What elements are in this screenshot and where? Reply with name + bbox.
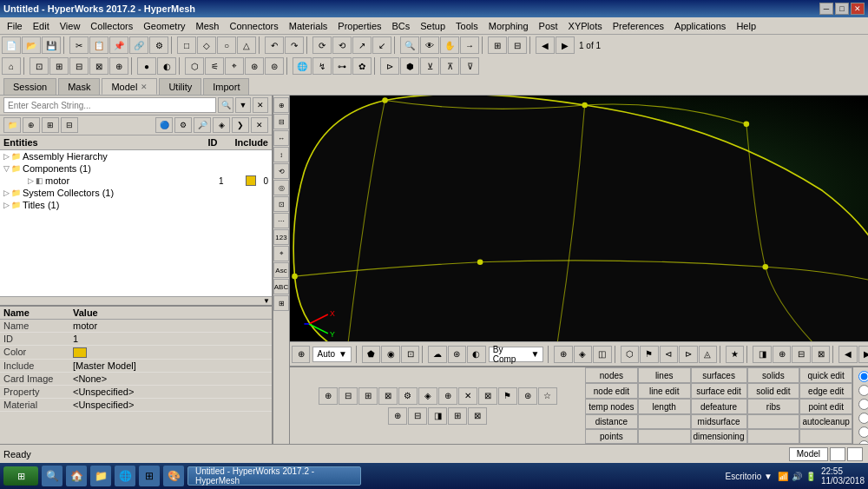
tb-btn-15[interactable]: ↙ — [372, 36, 391, 54]
vstrip-btn-10[interactable]: ⌖ — [273, 246, 289, 261]
bot-btn-4[interactable]: ⊠ — [378, 387, 398, 405]
vp-btn-8[interactable]: ◈ — [574, 346, 592, 363]
maximize-button[interactable]: □ — [835, 3, 849, 15]
taskbar-paint-icon[interactable]: 🎨 — [163, 466, 184, 486]
new-button[interactable]: 📄 — [2, 36, 21, 54]
viewport-3d[interactable]: Model Info: Untitled* — [290, 96, 868, 341]
view-btn-21[interactable]: ⊼ — [440, 57, 459, 75]
vstrip-btn-1[interactable]: ⊕ — [273, 97, 289, 113]
tb-btn-11[interactable]: ↷ — [285, 36, 304, 54]
scroll-down-icon[interactable]: ▼ — [263, 297, 270, 305]
scrollbar-area[interactable]: ▼ — [0, 296, 272, 305]
bot-btn-6[interactable]: ◈ — [418, 387, 437, 405]
entity-btn-6[interactable]: ⚙ — [174, 117, 192, 133]
vp-btn-11[interactable]: ⚑ — [640, 346, 658, 363]
tb-btn-2[interactable]: 📋 — [89, 36, 108, 54]
entity-btn-5[interactable]: 🔵 — [155, 117, 173, 133]
vstrip-btn-11[interactable]: Asc — [273, 262, 289, 278]
bot-btn-17[interactable]: ⊠ — [468, 407, 487, 425]
menu-morphing[interactable]: Morphing — [483, 19, 534, 33]
vp-btn-10[interactable]: ⬡ — [621, 346, 639, 363]
menu-properties[interactable]: Properties — [332, 19, 386, 33]
view-btn-17[interactable]: ✿ — [352, 57, 372, 75]
tb-btn-5[interactable]: ⚙ — [149, 36, 168, 54]
taskbar-hyperworks-app[interactable]: Untitled - HyperWorks 2017.2 - HyperMesh — [187, 466, 361, 486]
view-btn-10[interactable]: ⚟ — [205, 57, 224, 75]
tb-btn-14[interactable]: ↗ — [352, 36, 372, 54]
search-execute-button[interactable]: 🔍 — [218, 97, 233, 113]
radio-analysis-input[interactable] — [858, 426, 868, 438]
tb-btn-6[interactable]: □ — [177, 36, 196, 54]
grid-btn-nodes[interactable]: nodes — [585, 367, 638, 383]
vp-btn-5[interactable]: ⊛ — [448, 346, 466, 363]
entity-btn-1[interactable]: 📁 — [3, 117, 21, 133]
view-btn-22[interactable]: ⊽ — [460, 57, 479, 75]
tb-btn-19[interactable]: → — [460, 36, 479, 54]
entity-btn-8[interactable]: ◈ — [213, 117, 230, 133]
tree-item-system[interactable]: ▷ 📁 System Collectors (1) — [0, 187, 272, 199]
tb-btn-4[interactable]: 🔗 — [129, 36, 148, 54]
bot-btn-1[interactable]: ⊕ — [319, 387, 338, 405]
menu-post[interactable]: Post — [534, 19, 563, 33]
view-btn-6[interactable]: ⊕ — [109, 57, 128, 75]
view-btn-3[interactable]: ⊞ — [49, 57, 69, 75]
radio-geom[interactable]: Geom — [858, 371, 868, 382]
vp-btn-2[interactable]: ◉ — [381, 346, 399, 363]
grid-btn-dimensioning[interactable]: dimensioning — [691, 429, 747, 444]
tb-btn-9[interactable]: △ — [237, 36, 256, 54]
menu-edit[interactable]: Edit — [28, 19, 55, 33]
menu-view[interactable]: View — [55, 19, 86, 33]
entity-btn-2[interactable]: ⊕ — [23, 117, 40, 133]
vp-btn-7[interactable]: ⊕ — [554, 346, 572, 363]
bot-btn-2[interactable]: ⊟ — [339, 387, 358, 405]
vp-btn-4[interactable]: ☁ — [428, 346, 446, 363]
start-button[interactable]: ⊞ — [3, 466, 38, 486]
menu-file[interactable]: File — [2, 19, 28, 33]
tree-item-titles[interactable]: ▷ 📁 Titles (1) — [0, 199, 272, 211]
save-button[interactable]: 💾 — [42, 36, 61, 54]
radio-1d[interactable]: 1D — [858, 385, 868, 396]
tab-model[interactable]: Model ✕ — [102, 78, 157, 95]
menu-connectors[interactable]: Connectors — [224, 19, 283, 33]
vp-btn-15[interactable]: ★ — [726, 346, 744, 363]
vp-btn-1[interactable]: ⬟ — [362, 346, 380, 363]
vstrip-btn-8[interactable]: ⋯ — [273, 213, 289, 228]
tb-btn-1[interactable]: ✂ — [69, 36, 89, 54]
tb-btn-17[interactable]: 👁 — [420, 36, 439, 54]
menu-materials[interactable]: Materials — [284, 19, 333, 33]
tb-btn-7[interactable]: ◇ — [197, 36, 216, 54]
vp-btn-12[interactable]: ⊲ — [660, 346, 678, 363]
grid-btn-point-edit[interactable]: point edit — [799, 399, 852, 414]
menu-preferences[interactable]: Preferences — [608, 19, 669, 33]
mode-dropdown-arrow[interactable]: ▼ — [339, 349, 347, 359]
vstrip-btn-6[interactable]: ◎ — [273, 180, 289, 195]
entity-btn-4[interactable]: ⊟ — [61, 117, 78, 133]
grid-btn-points[interactable]: points — [585, 429, 638, 444]
menu-applications[interactable]: Applications — [669, 19, 731, 33]
vp-btn-snap[interactable]: ⊕ — [292, 346, 310, 363]
comp-dropdown[interactable]: By Comp ▼ — [489, 347, 544, 362]
grid-btn-length[interactable]: length — [638, 399, 691, 414]
view-btn-12[interactable]: ⊛ — [245, 57, 264, 75]
vstrip-btn-3[interactable]: ↔ — [273, 130, 289, 146]
vstrip-btn-7[interactable]: ⊡ — [273, 196, 289, 212]
close-button[interactable]: ✕ — [851, 3, 865, 15]
vp-btn-18[interactable]: ⊟ — [792, 346, 810, 363]
view-btn-11[interactable]: ⌖ — [225, 57, 244, 75]
vp-btn-6[interactable]: ◐ — [467, 346, 485, 363]
grid-btn-solid-edit[interactable]: solid edit — [747, 383, 800, 399]
tab-session[interactable]: Session — [3, 78, 56, 95]
tree-item-motor[interactable]: ▷ ◧ motor 1 0 — [0, 175, 272, 187]
tb-btn-10[interactable]: ↶ — [265, 36, 284, 54]
bot-btn-8[interactable]: ✕ — [458, 387, 477, 405]
menu-mesh[interactable]: Mesh — [191, 19, 225, 33]
bot-btn-14[interactable]: ⊟ — [408, 407, 427, 425]
vstrip-btn-2[interactable]: ⊟ — [273, 114, 289, 129]
taskbar-apps-icon[interactable]: ⊞ — [139, 466, 160, 486]
tb-btn-20[interactable]: ⊞ — [488, 36, 507, 54]
menu-tools[interactable]: Tools — [450, 19, 483, 33]
tab-import[interactable]: Import — [203, 78, 249, 95]
vstrip-btn-9[interactable]: 123 — [273, 229, 289, 245]
grid-btn-lines[interactable]: lines — [638, 367, 691, 383]
search-clear-button[interactable]: ✕ — [253, 97, 268, 113]
